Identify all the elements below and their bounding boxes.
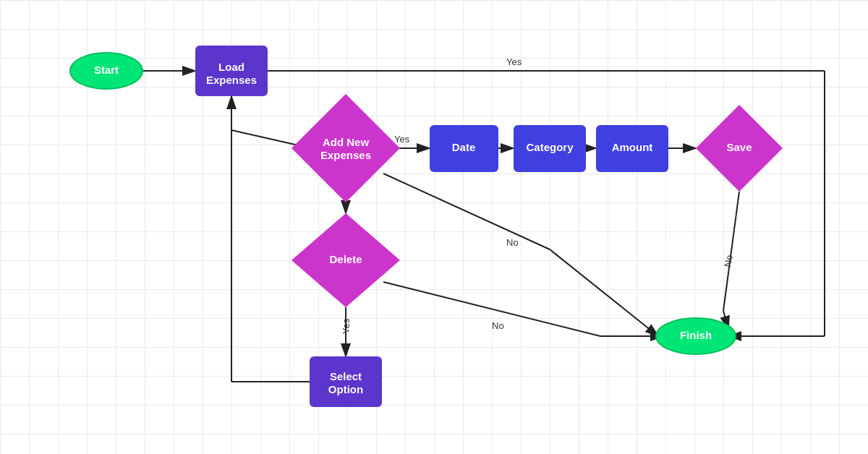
finish-node[interactable] xyxy=(656,318,736,354)
date-node[interactable] xyxy=(430,125,498,172)
no-delete-label: No xyxy=(492,320,504,331)
no-add-label: No xyxy=(506,237,519,248)
select-option-node[interactable] xyxy=(310,356,382,407)
edge-add-no xyxy=(383,174,550,249)
save-node[interactable] xyxy=(696,105,783,192)
diagram-container: Yes Yes No No Yes No xyxy=(0,0,868,454)
no-save-label: No xyxy=(722,254,735,268)
edge-add-no2 xyxy=(550,249,658,336)
yes-delete-label: Yes xyxy=(341,318,352,334)
category-node[interactable] xyxy=(514,125,586,172)
load-expenses-node[interactable] xyxy=(195,46,268,96)
flowchart-svg: Yes Yes No No Yes No xyxy=(0,0,868,454)
yes-add-label: Yes xyxy=(394,134,410,145)
edge-save-no xyxy=(723,192,739,311)
start-node[interactable] xyxy=(70,53,142,89)
delete-node[interactable] xyxy=(292,213,400,307)
amount-node[interactable] xyxy=(596,125,668,172)
yes-top-label: Yes xyxy=(506,56,522,67)
add-expenses-node[interactable] xyxy=(292,94,400,202)
